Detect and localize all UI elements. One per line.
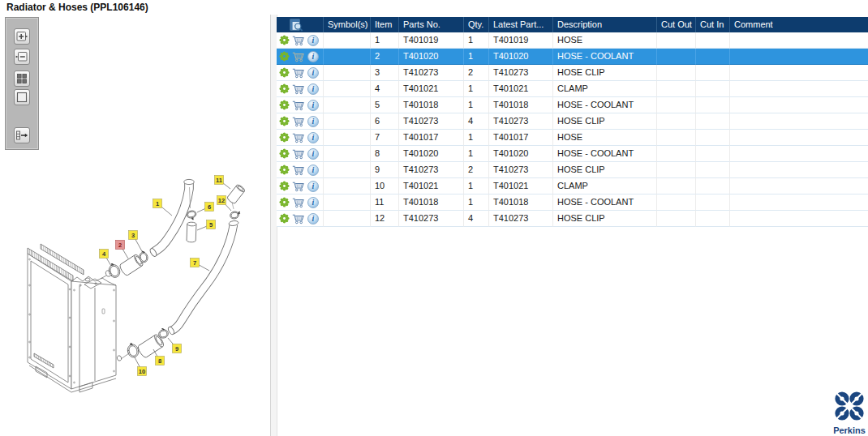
table-row[interactable]: i 12 T410273 4 T410273 HOSE CLIP: [277, 211, 868, 227]
add-to-cart-icon[interactable]: [292, 100, 305, 111]
header-cell-preview[interactable]: [277, 17, 324, 32]
info-icon[interactable]: i: [307, 181, 319, 192]
cell-parts-no[interactable]: T401018: [399, 194, 464, 211]
toggle-panel-button[interactable]: [14, 127, 30, 143]
cell-parts-no[interactable]: T410273: [399, 113, 464, 130]
settings-gear-icon[interactable]: [279, 132, 290, 143]
header-parts-no[interactable]: Parts No.: [399, 17, 464, 32]
cell-description[interactable]: HOSE: [553, 32, 657, 49]
add-to-cart-icon[interactable]: [292, 51, 305, 62]
cell-comment[interactable]: [730, 162, 868, 178]
cell-description[interactable]: HOSE CLIP: [553, 211, 657, 227]
cell-symbols[interactable]: [324, 194, 371, 211]
header-item[interactable]: Item: [371, 17, 399, 32]
cell-cut-in[interactable]: [696, 32, 730, 49]
info-icon[interactable]: i: [307, 165, 319, 176]
cell-description[interactable]: HOSE CLIP: [553, 65, 657, 81]
cell-parts-no[interactable]: T410273: [399, 211, 464, 227]
settings-gear-icon[interactable]: [279, 67, 290, 78]
cell-cut-out[interactable]: [657, 178, 696, 194]
settings-gear-icon[interactable]: [279, 35, 290, 45]
cell-cut-in[interactable]: [696, 211, 730, 227]
cell-symbols[interactable]: [324, 32, 371, 49]
cell-cut-in[interactable]: [696, 81, 730, 97]
cell-parts-no[interactable]: T401020: [399, 146, 464, 162]
cell-latest-part[interactable]: T401018: [489, 97, 553, 113]
cell-cut-out[interactable]: [657, 32, 696, 49]
cell-description[interactable]: HOSE - COOLANT: [553, 49, 657, 65]
cell-comment[interactable]: [730, 81, 868, 97]
cell-latest-part[interactable]: T401017: [489, 130, 553, 146]
cell-symbols[interactable]: [324, 211, 371, 227]
table-row[interactable]: i 1 T401019 1 T401019 HOSE: [277, 32, 868, 49]
cell-cut-out[interactable]: [657, 194, 696, 211]
cell-description[interactable]: HOSE CLIP: [553, 162, 657, 178]
cell-symbols[interactable]: [324, 81, 371, 97]
add-to-cart-icon[interactable]: [292, 165, 305, 176]
settings-gear-icon[interactable]: [279, 100, 290, 110]
cell-qty[interactable]: 1: [464, 81, 489, 97]
cell-latest-part[interactable]: T401020: [489, 49, 553, 65]
cell-qty[interactable]: 1: [464, 146, 489, 162]
cell-cut-out[interactable]: [657, 49, 696, 65]
cell-parts-no[interactable]: T401018: [399, 97, 464, 113]
add-to-cart-icon[interactable]: [292, 67, 305, 79]
cell-latest-part[interactable]: T401021: [489, 81, 553, 97]
header-qty[interactable]: Qty.: [464, 17, 489, 32]
add-to-cart-icon[interactable]: [292, 213, 305, 224]
header-symbols[interactable]: Symbol(s): [324, 17, 371, 32]
cell-symbols[interactable]: [324, 49, 371, 65]
cell-cut-out[interactable]: [657, 113, 696, 130]
cell-cut-out[interactable]: [657, 97, 696, 113]
add-to-cart-icon[interactable]: [292, 83, 305, 95]
cell-item[interactable]: 5: [371, 97, 399, 113]
table-row[interactable]: i 6 T410273 4 T410273 HOSE CLIP: [277, 113, 868, 130]
cell-cut-in[interactable]: [696, 194, 730, 211]
add-to-cart-icon[interactable]: [292, 197, 305, 208]
cell-comment[interactable]: [730, 97, 868, 113]
table-row[interactable]: i 2 T401020 1 T401020 HOSE - COOLANT: [277, 49, 868, 65]
cell-symbols[interactable]: [324, 65, 371, 81]
cell-comment[interactable]: [730, 65, 868, 81]
cell-item[interactable]: 4: [371, 81, 399, 97]
cell-item[interactable]: 7: [371, 130, 399, 146]
cell-qty[interactable]: 2: [464, 65, 489, 81]
zoom-in-button[interactable]: [14, 28, 30, 45]
header-latest-part[interactable]: Latest Part...: [489, 17, 553, 32]
cell-qty[interactable]: 2: [464, 162, 489, 178]
cell-description[interactable]: HOSE - COOLANT: [553, 146, 657, 162]
cell-comment[interactable]: [730, 146, 868, 162]
info-icon[interactable]: i: [307, 51, 319, 62]
cell-item[interactable]: 10: [371, 178, 399, 194]
cell-qty[interactable]: 1: [464, 32, 489, 49]
cell-latest-part[interactable]: T410273: [489, 211, 553, 227]
settings-gear-icon[interactable]: [279, 148, 290, 159]
cell-description[interactable]: CLAMP: [553, 178, 657, 194]
cell-item[interactable]: 9: [371, 162, 399, 178]
cell-latest-part[interactable]: T410273: [489, 113, 553, 130]
cell-item[interactable]: 3: [371, 65, 399, 81]
cell-qty[interactable]: 4: [464, 211, 489, 227]
info-icon[interactable]: i: [307, 116, 319, 127]
cell-cut-in[interactable]: [696, 97, 730, 113]
cell-description[interactable]: HOSE - COOLANT: [553, 194, 657, 211]
cell-symbols[interactable]: [324, 113, 371, 130]
settings-gear-icon[interactable]: [279, 181, 290, 191]
cell-symbols[interactable]: [324, 146, 371, 162]
cell-comment[interactable]: [730, 113, 868, 130]
info-icon[interactable]: i: [307, 197, 319, 208]
add-to-cart-icon[interactable]: [292, 132, 305, 143]
cell-item[interactable]: 12: [371, 211, 399, 227]
cell-cut-in[interactable]: [696, 65, 730, 81]
cell-latest-part[interactable]: T401019: [489, 32, 553, 49]
table-row[interactable]: i 5 T401018 1 T401018 HOSE - COOLANT: [277, 97, 868, 113]
cell-parts-no[interactable]: T401021: [399, 178, 464, 194]
cell-cut-out[interactable]: [657, 81, 696, 97]
cell-cut-in[interactable]: [696, 130, 730, 146]
add-to-cart-icon[interactable]: [292, 35, 305, 46]
cell-qty[interactable]: 1: [464, 97, 489, 113]
cell-parts-no[interactable]: T410273: [399, 162, 464, 178]
cell-latest-part[interactable]: T410273: [489, 65, 553, 81]
cell-description[interactable]: HOSE CLIP: [553, 113, 657, 130]
cell-qty[interactable]: 4: [464, 113, 489, 130]
